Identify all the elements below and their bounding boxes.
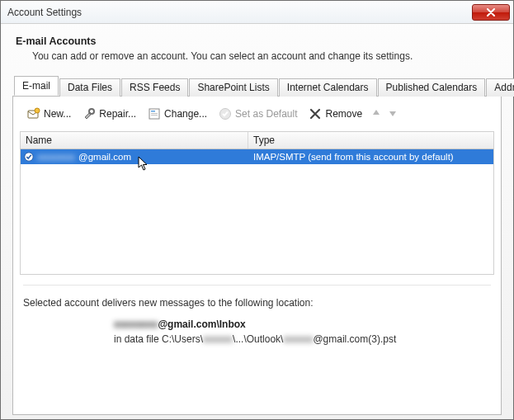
close-icon xyxy=(486,8,496,17)
move-up-button xyxy=(370,107,383,120)
svg-rect-6 xyxy=(151,115,158,116)
account-name-redacted: xxxxxxxx xyxy=(37,152,75,162)
remove-label: Remove xyxy=(325,108,362,120)
default-account-check-icon xyxy=(24,152,34,162)
default-check-icon xyxy=(219,107,232,120)
delivery-path-tail: @gmail.com(3).pst xyxy=(313,333,396,345)
delivery-intro: Selected account delivers new messages t… xyxy=(23,297,491,309)
column-header-type[interactable]: Type xyxy=(248,134,493,146)
window-title: Account Settings xyxy=(7,7,82,18)
account-name-cell: xxxxxxxx@gmail.com xyxy=(21,152,248,162)
dialog-body: E-mail Accounts You can add or remove an… xyxy=(1,24,513,420)
delivery-path-mid: \...\Outlook\ xyxy=(233,333,283,345)
account-type-cell: IMAP/SMTP (send from this account by def… xyxy=(248,152,493,162)
dialog-footer: Close xyxy=(12,415,502,420)
tab-rss-feeds[interactable]: RSS Feeds xyxy=(121,78,188,97)
new-account-button[interactable]: New... xyxy=(23,105,75,123)
change-icon xyxy=(148,107,161,120)
account-list[interactable]: xxxxxxxx@gmail.com IMAP/SMTP (send from … xyxy=(20,149,494,275)
repair-label: Repair... xyxy=(99,108,136,120)
arrow-up-icon xyxy=(371,108,381,118)
tab-internet-calendars[interactable]: Internet Calendars xyxy=(279,78,377,97)
new-icon xyxy=(27,107,40,120)
tab-sharepoint-lists[interactable]: SharePoint Lists xyxy=(189,78,277,97)
tab-panel-email: New... Repair... Change... xyxy=(12,97,502,415)
account-name-tail: @gmail.com xyxy=(78,152,131,162)
tab-data-files[interactable]: Data Files xyxy=(59,78,120,97)
svg-point-1 xyxy=(35,108,40,113)
repair-icon xyxy=(83,107,96,120)
delivery-path-prefix: in data file C:\Users\ xyxy=(114,333,203,345)
window-close-button[interactable] xyxy=(472,4,510,21)
move-down-button xyxy=(386,107,399,120)
change-label: Change... xyxy=(164,108,207,120)
section-subtitle: You can add or remove an account. You ca… xyxy=(32,50,502,62)
delivery-path-redacted-1: xxxxxx xyxy=(203,333,233,345)
svg-point-2 xyxy=(89,109,94,114)
tab-strip: E-mail Data Files RSS Feeds SharePoint L… xyxy=(12,77,502,97)
set-default-label: Set as Default xyxy=(235,108,297,120)
delivery-account-redacted: xxxxxxxx xyxy=(114,319,158,330)
account-row[interactable]: xxxxxxxx@gmail.com IMAP/SMTP (send from … xyxy=(21,149,493,164)
set-default-button: Set as Default xyxy=(215,105,301,123)
titlebar: Account Settings xyxy=(1,1,513,24)
change-account-button[interactable]: Change... xyxy=(144,105,211,123)
account-list-header: Name Type xyxy=(20,131,494,149)
remove-icon xyxy=(309,107,322,120)
tab-published-calendars[interactable]: Published Calendars xyxy=(378,78,486,97)
accounts-toolbar: New... Repair... Change... xyxy=(20,103,494,131)
tab-email[interactable]: E-mail xyxy=(14,76,59,96)
delivery-location-section: Selected account delivers new messages t… xyxy=(23,285,491,404)
remove-account-button[interactable]: Remove xyxy=(304,105,366,123)
delivery-path: in data file C:\Users\xxxxxx\...\Outlook… xyxy=(114,333,491,345)
delivery-location: xxxxxxxx@gmail.com\Inbox xyxy=(114,319,491,330)
delivery-path-redacted-2: xxxxxx xyxy=(283,333,313,345)
svg-rect-5 xyxy=(151,113,158,114)
new-label: New... xyxy=(44,108,71,120)
account-settings-window: Account Settings E-mail Accounts You can… xyxy=(0,0,514,420)
delivery-account-tail: @gmail.com\Inbox xyxy=(158,319,245,330)
svg-rect-4 xyxy=(151,111,155,112)
tab-address-books[interactable]: Address Books xyxy=(486,78,514,97)
column-header-name[interactable]: Name xyxy=(21,132,248,149)
section-heading: E-mail Accounts xyxy=(16,35,502,47)
arrow-down-icon xyxy=(388,108,398,118)
repair-account-button[interactable]: Repair... xyxy=(78,105,140,123)
